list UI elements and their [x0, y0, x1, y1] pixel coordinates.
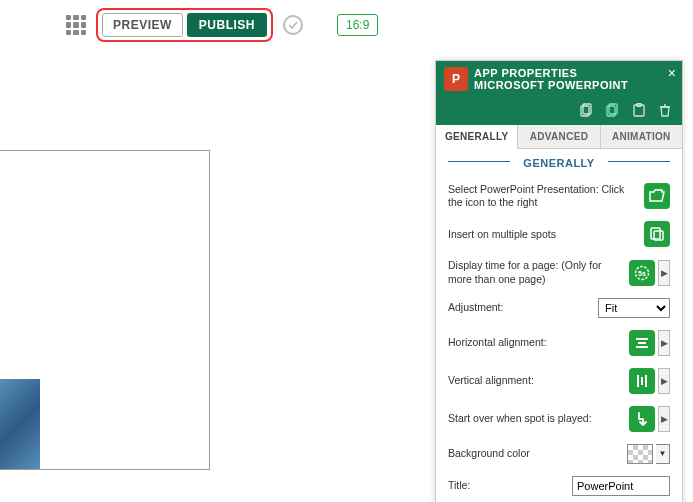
check-circle-icon[interactable] — [283, 15, 303, 35]
svg-text:5s: 5s — [638, 270, 646, 277]
svg-rect-13 — [637, 375, 639, 387]
h-align-icon[interactable] — [629, 330, 655, 356]
h-align-more[interactable]: ▶ — [658, 330, 670, 356]
preview-publish-group: PREVIEW PUBLISH — [96, 8, 273, 42]
panel-header: P APP PROPERTIES MICROSOFT POWERPOINT × — [436, 61, 682, 97]
svg-rect-11 — [638, 342, 646, 344]
label-bg-color: Background color — [448, 447, 627, 460]
powerpoint-icon: P — [444, 67, 468, 91]
properties-panel: P APP PROPERTIES MICROSOFT POWERPOINT × … — [435, 60, 683, 502]
label-start-over: Start over when spot is played: — [448, 412, 629, 425]
panel-body: Select PowerPoint Presentation: Click th… — [436, 173, 682, 502]
svg-rect-14 — [641, 377, 643, 385]
copy-icon[interactable] — [578, 101, 596, 119]
time-5s-icon[interactable]: 5s — [629, 260, 655, 286]
label-h-align: Horizontal alignment: — [448, 336, 629, 349]
tab-animation[interactable]: ANIMATION — [601, 125, 682, 149]
v-align-icon[interactable] — [629, 368, 655, 394]
bg-color-swatch[interactable] — [627, 444, 653, 464]
trash-icon[interactable] — [656, 101, 674, 119]
canvas-shape — [0, 379, 40, 469]
label-display-time: Display time for a page: (Only for more … — [448, 259, 629, 285]
label-adjustment: Adjustment: — [448, 301, 598, 314]
open-file-icon[interactable] — [644, 183, 670, 209]
close-icon[interactable]: × — [668, 65, 676, 81]
label-title: Title: — [448, 479, 572, 492]
section-label: GENERALLY — [436, 149, 682, 173]
duplicate-icon[interactable] — [604, 101, 622, 119]
adjustment-select[interactable]: Fit — [598, 298, 670, 318]
start-over-more[interactable]: ▶ — [658, 406, 670, 432]
svg-rect-10 — [636, 338, 648, 340]
panel-subbar — [436, 97, 682, 125]
svg-rect-6 — [651, 228, 660, 239]
tab-advanced[interactable]: ADVANCED — [518, 125, 600, 149]
panel-title-line1: APP PROPERTIES — [474, 67, 628, 79]
start-over-icon[interactable] — [629, 406, 655, 432]
label-insert-multi: Insert on multiple spots — [448, 228, 644, 241]
insert-multi-icon[interactable] — [644, 221, 670, 247]
publish-button[interactable]: PUBLISH — [187, 13, 267, 37]
svg-rect-15 — [645, 375, 647, 387]
paste-icon[interactable] — [630, 101, 648, 119]
grid-icon[interactable] — [66, 15, 86, 35]
label-select-ppt: Select PowerPoint Presentation: Click th… — [448, 183, 644, 209]
label-v-align: Vertical alignment: — [448, 374, 629, 387]
svg-rect-12 — [636, 346, 648, 348]
tabs: GENERALLY ADVANCED ANIMATION — [436, 125, 682, 149]
canvas-area[interactable] — [0, 150, 210, 470]
aspect-button[interactable]: 16:9 — [337, 14, 378, 36]
display-time-more[interactable]: ▶ — [658, 260, 670, 286]
preview-button[interactable]: PREVIEW — [102, 13, 183, 37]
tab-generally[interactable]: GENERALLY — [436, 125, 518, 149]
v-align-more[interactable]: ▶ — [658, 368, 670, 394]
bg-color-drop[interactable]: ▼ — [656, 444, 670, 464]
title-input[interactable] — [572, 476, 670, 496]
panel-title-line2: MICROSOFT POWERPOINT — [474, 79, 628, 91]
